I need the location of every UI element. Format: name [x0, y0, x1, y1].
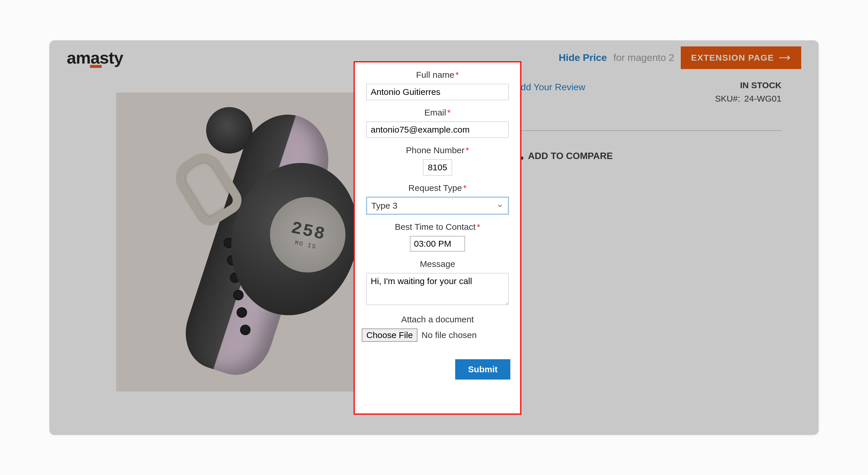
request-type-label: Request Type* — [362, 183, 513, 193]
request-type-select-wrap: Type 3 — [366, 197, 508, 215]
hide-price-label: Hide Price — [559, 52, 607, 63]
best-time-label: Best Time to Contact* — [362, 222, 513, 232]
field-full-name: Full name* — [362, 70, 513, 100]
compare-label: ADD TO COMPARE — [528, 151, 613, 161]
phone-input[interactable] — [423, 159, 452, 176]
full-name-label: Full name* — [362, 70, 513, 80]
field-request-type: Request Type* Type 3 — [362, 183, 513, 215]
phone-label: Phone Number* — [362, 146, 513, 155]
attach-label: Attach a document — [362, 315, 513, 324]
sku-value: 24-WG01 — [744, 94, 781, 103]
brand-logo-text: amasty — [67, 48, 123, 67]
product-image: 258 MO IS — [116, 93, 377, 391]
submit-row: Submit — [362, 359, 513, 380]
required-mark: * — [463, 183, 466, 193]
file-chosen-status: No file chosen — [422, 330, 477, 340]
required-mark: * — [477, 222, 480, 231]
file-row: Choose File No file chosen — [362, 328, 513, 342]
choose-file-button[interactable]: Choose File — [362, 328, 417, 342]
strap-hole — [240, 325, 251, 335]
email-input[interactable] — [366, 122, 508, 138]
email-label: Email* — [362, 108, 513, 118]
brand-logo: amasty — [67, 49, 123, 66]
strap-hole — [233, 290, 244, 300]
sku-row: SKU#: 24-WG01 — [715, 94, 781, 103]
field-email: Email* — [362, 108, 513, 138]
request-type-select[interactable]: Type 3 — [366, 197, 508, 215]
add-review-link[interactable]: Add Your Review — [515, 82, 586, 93]
app-window: amasty Hide Price for magento 2 EXTENSIO… — [49, 40, 819, 435]
full-name-input[interactable] — [366, 84, 508, 100]
contact-form-modal: Full name* Email* Phone Number* Request … — [355, 62, 520, 413]
required-mark: * — [456, 70, 459, 80]
required-mark: * — [447, 108, 451, 117]
arrow-right-icon — [779, 55, 791, 60]
message-label: Message — [362, 259, 513, 269]
required-mark: * — [466, 146, 469, 155]
header-right: Hide Price for magento 2 EXTENSION PAGE — [559, 46, 801, 69]
field-message: Message — [362, 259, 513, 307]
sku-label: SKU#: — [715, 94, 740, 103]
field-phone: Phone Number* — [362, 146, 513, 176]
extension-page-button[interactable]: EXTENSION PAGE — [681, 46, 802, 69]
for-magento-label: for magento 2 — [613, 52, 674, 63]
message-textarea[interactable] — [366, 273, 508, 305]
brand-logo-accent — [90, 65, 102, 68]
field-attach: Attach a document Choose File No file ch… — [362, 315, 513, 342]
submit-button[interactable]: Submit — [455, 359, 510, 380]
field-best-time: Best Time to Contact* — [362, 222, 513, 252]
best-time-input[interactable] — [410, 236, 465, 252]
stock-column: IN STOCK SKU#: 24-WG01 — [715, 81, 781, 103]
svg-rect-3 — [521, 157, 523, 160]
add-to-compare-link[interactable]: ADD TO COMPARE — [514, 151, 613, 161]
extension-page-button-label: EXTENSION PAGE — [691, 53, 774, 63]
watch-strap-loop — [206, 107, 253, 154]
strap-hole — [237, 307, 247, 318]
stock-status: IN STOCK — [715, 81, 781, 90]
